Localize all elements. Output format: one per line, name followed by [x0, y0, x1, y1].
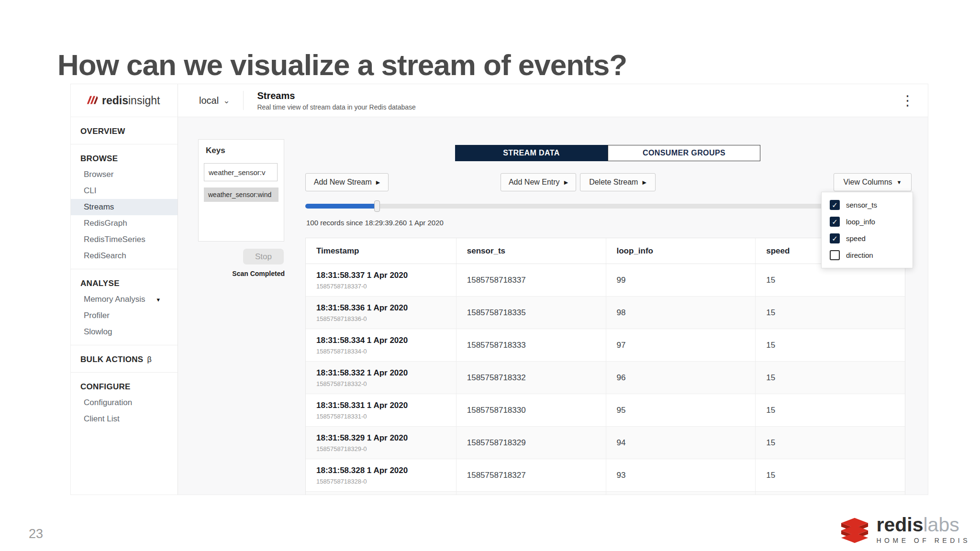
table-row[interactable]: 18:31:58.332 1 Apr 2020 1585758718332-0 … — [306, 362, 905, 394]
button-label: Add New Entry — [509, 178, 560, 187]
sensor-ts-cell: 1585758718335 — [456, 297, 606, 329]
sidebar-section-analyse: ANALYSE — [71, 272, 178, 291]
timestamp-cell: 18:31:58.337 1 Apr 2020 1585758718337-0 — [306, 264, 456, 296]
entry-id: 1585758718328-0 — [316, 478, 456, 485]
sensor-ts-cell — [456, 492, 606, 495]
loop-info-cell — [606, 492, 756, 495]
column-header-loop-info[interactable]: loop_info — [606, 238, 756, 264]
key-filter-input[interactable] — [204, 163, 278, 181]
page-title-block: Streams Real time view of stream data in… — [257, 90, 416, 111]
sidebar-item-bulk-actions[interactable]: BULK ACTIONS β — [71, 348, 178, 367]
stop-scan-button[interactable]: Stop — [243, 249, 284, 264]
table-row[interactable]: 18:31:58.329 1 Apr 2020 1585758718329-0 … — [306, 427, 905, 459]
view-columns-button[interactable]: View Columns ▼ — [834, 173, 912, 191]
play-icon: ▶ — [642, 179, 646, 186]
sidebar-group-analyse: ANALYSE Memory Analysis ▾ Profiler Slowl… — [71, 269, 178, 345]
slider-fill — [305, 204, 377, 209]
column-option-sensor-ts[interactable]: ✓ sensor_ts — [822, 197, 913, 213]
delete-stream-button[interactable]: Delete Stream ▶ — [580, 173, 656, 191]
column-option-label: direction — [846, 251, 873, 259]
beta-badge: β — [147, 355, 152, 364]
keys-panel-title: Keys — [199, 140, 284, 155]
timestamp-value: 18:31:58.329 1 Apr 2020 — [316, 433, 456, 443]
sidebar-item-streams[interactable]: Streams — [71, 199, 178, 215]
sidebar-item-client-list[interactable]: Client List — [71, 411, 178, 427]
sensor-ts-cell: 1585758718327 — [456, 459, 606, 491]
sidebar-item-redistimeseries[interactable]: RedisTimeSeries — [71, 231, 178, 248]
sidebar-group-bulk-actions: BULK ACTIONS β — [71, 345, 178, 373]
page-title: Streams — [257, 90, 416, 101]
entry-id: 1585758718331-0 — [316, 413, 456, 420]
chevron-down-icon[interactable]: ▾ — [156, 296, 160, 303]
column-option-label: loop_info — [846, 218, 875, 226]
tab-consumer-groups[interactable]: CONSUMER GROUPS — [608, 145, 760, 161]
column-header-sensor-ts[interactable]: sensor_ts — [456, 238, 606, 264]
column-header-timestamp[interactable]: Timestamp — [306, 238, 456, 264]
divider — [243, 91, 244, 110]
table-header-row: Timestamp sensor_ts loop_info speed — [306, 238, 905, 264]
speed-cell: 15 — [755, 329, 905, 361]
chevron-down-icon: ▼ — [897, 179, 902, 185]
checkbox-icon[interactable]: ✓ — [830, 250, 840, 260]
sidebar-item-redisgraph[interactable]: RedisGraph — [71, 215, 178, 231]
more-menu-button[interactable]: ⋮ — [901, 94, 914, 108]
sidebar-item-memory-analysis[interactable]: Memory Analysis ▾ — [71, 291, 178, 308]
checkbox-icon[interactable]: ✓ — [830, 217, 840, 227]
table-row[interactable]: 18:31:58.326 1 Apr 2020 — [306, 492, 905, 495]
table-row[interactable]: 18:31:58.331 1 Apr 2020 1585758718331-0 … — [306, 394, 905, 427]
scan-progress-slider[interactable] — [305, 204, 912, 209]
scan-status: Scan Completed — [198, 270, 285, 277]
column-option-direction[interactable]: ✓ direction — [822, 247, 913, 264]
database-name: local — [199, 95, 219, 106]
tab-stream-data[interactable]: STREAM DATA — [455, 145, 608, 161]
sidebar-item-configuration[interactable]: Configuration — [71, 395, 178, 411]
table-row[interactable]: 18:31:58.336 1 Apr 2020 1585758718336-0 … — [306, 297, 905, 329]
timestamp-cell: 18:31:58.331 1 Apr 2020 1585758718331-0 — [306, 394, 456, 426]
button-label: Delete Stream — [589, 178, 638, 187]
sidebar-item-label: BULK ACTIONS — [80, 355, 143, 364]
timestamp-value: 18:31:58.337 1 Apr 2020 — [316, 271, 456, 280]
sensor-ts-cell: 1585758718337 — [456, 264, 606, 296]
button-label: View Columns — [844, 178, 892, 187]
redisinsight-logo-icon — [85, 94, 99, 107]
timestamp-cell: 18:31:58.332 1 Apr 2020 1585758718332-0 — [306, 362, 456, 394]
sidebar: redisinsight OVERVIEW BROWSE Browser CLI… — [71, 84, 178, 495]
sidebar-item-profiler[interactable]: Profiler — [71, 308, 178, 324]
table-row[interactable]: 18:31:58.337 1 Apr 2020 1585758718337-0 … — [306, 264, 905, 297]
sidebar-group-configure: CONFIGURE Configuration Client List — [71, 373, 178, 432]
column-option-loop-info[interactable]: ✓ loop_info — [822, 213, 913, 230]
checkbox-icon[interactable]: ✓ — [830, 200, 840, 210]
sidebar-item-redisearch[interactable]: RediSearch — [71, 248, 178, 264]
slider-handle[interactable] — [374, 200, 380, 212]
loop-info-cell: 96 — [606, 362, 756, 394]
sidebar-item-slowlog[interactable]: Slowlog — [71, 324, 178, 340]
database-selector[interactable]: local ⌄ — [199, 95, 230, 106]
key-list-item-selected[interactable]: weather_sensor:wind — [204, 187, 278, 202]
sidebar-group-overview: OVERVIEW — [71, 117, 178, 144]
table-row[interactable]: 18:31:58.328 1 Apr 2020 1585758718328-0 … — [306, 459, 905, 492]
stream-data-table: Timestamp sensor_ts loop_info speed 18:3… — [305, 238, 905, 495]
add-new-entry-button[interactable]: Add New Entry ▶ — [501, 173, 576, 191]
check-icon: ✓ — [832, 235, 838, 242]
timestamp-cell: 18:31:58.328 1 Apr 2020 1585758718328-0 — [306, 459, 456, 491]
sensor-ts-cell: 1585758718332 — [456, 362, 606, 394]
entry-id: 1585758718332-0 — [316, 380, 456, 387]
redislabs-tagline: HOME OF REDIS — [876, 537, 970, 544]
chevron-down-icon: ⌄ — [223, 96, 230, 106]
entry-id: 1585758718336-0 — [316, 315, 456, 322]
column-option-speed[interactable]: ✓ speed — [822, 230, 913, 247]
sidebar-item-browser[interactable]: Browser — [71, 166, 178, 183]
checkbox-icon[interactable]: ✓ — [830, 233, 840, 243]
speed-cell — [755, 492, 905, 495]
sidebar-item-overview[interactable]: OVERVIEW — [71, 120, 178, 139]
entry-id: 1585758718337-0 — [316, 283, 456, 290]
sidebar-group-browse: BROWSE Browser CLI Streams RedisGraph Re… — [71, 144, 178, 269]
sidebar-item-cli[interactable]: CLI — [71, 183, 178, 199]
page-subtitle: Real time view of stream data in your Re… — [257, 103, 416, 111]
app-logo[interactable]: redisinsight — [71, 84, 178, 117]
timestamp-cell: 18:31:58.326 1 Apr 2020 — [306, 492, 456, 495]
speed-cell: 15 — [755, 362, 905, 394]
table-row[interactable]: 18:31:58.334 1 Apr 2020 1585758718334-0 … — [306, 329, 905, 362]
timestamp-value: 18:31:58.332 1 Apr 2020 — [316, 368, 456, 378]
add-new-stream-button[interactable]: Add New Stream ▶ — [305, 173, 389, 191]
